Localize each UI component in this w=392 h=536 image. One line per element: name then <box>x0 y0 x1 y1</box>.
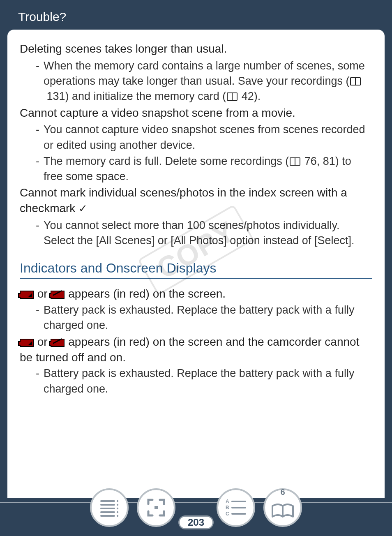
indicator-title: or appears (in red) on the screen and th… <box>20 334 372 365</box>
expand-icon <box>146 497 166 518</box>
bullet-text: Battery pack is exhausted. Replace the b… <box>44 303 372 333</box>
issue-title: Deleting scenes takes longer than usual. <box>20 41 372 57</box>
page-body: COPY Deleting scenes takes longer than u… <box>7 30 385 498</box>
text: ) and initialize the memory card ( <box>65 90 226 102</box>
text: When the memory card contains a large nu… <box>44 60 365 87</box>
issue-bullet: - You cannot capture video snapshot scen… <box>20 122 372 153</box>
dash: - <box>20 218 44 249</box>
page-ref[interactable]: 131 <box>47 90 65 102</box>
svg-text:C: C <box>226 511 229 517</box>
text: The memory card is full. Delete some rec… <box>44 155 289 167</box>
issue-title: Cannot capture a video snapshot scene fr… <box>20 105 372 121</box>
toc-button[interactable] <box>90 488 129 527</box>
issue-title: Cannot mark individual scenes/photos in … <box>20 185 372 216</box>
battery-empty-icon <box>51 339 65 347</box>
svg-point-6 <box>117 504 118 506</box>
index-button[interactable]: A B C <box>217 488 255 527</box>
fullscreen-button[interactable] <box>137 488 175 527</box>
bullet-text: When the memory card contains a large nu… <box>44 58 372 104</box>
dash: - <box>20 58 44 104</box>
book-icon <box>350 77 361 85</box>
page-ref[interactable]: 42 <box>242 90 254 102</box>
text: appears (in red) on the screen and the c… <box>20 335 359 364</box>
svg-point-7 <box>117 508 118 509</box>
svg-text:B: B <box>226 505 229 511</box>
abc-list-icon: A B C <box>225 498 247 517</box>
battery-empty-icon <box>51 291 65 299</box>
chapter-button[interactable]: 6 <box>263 488 302 527</box>
svg-text:A: A <box>226 499 229 504</box>
header-text: Trouble? <box>18 10 66 23</box>
header-section-title: Trouble? <box>0 0 392 30</box>
issue-bullet: - You cannot select more than 100 scenes… <box>20 218 372 249</box>
text: or <box>34 335 51 348</box>
page-number: 203 <box>188 517 204 528</box>
dash: - <box>20 154 44 185</box>
indicator-bullet: - Battery pack is exhausted. Replace the… <box>20 303 372 333</box>
open-book-icon <box>271 502 295 518</box>
text: or <box>34 287 51 300</box>
text: ). <box>254 90 261 102</box>
battery-low-icon <box>20 291 34 299</box>
text: appears (in red) on the screen. <box>65 287 226 300</box>
book-icon <box>290 157 300 166</box>
svg-point-9 <box>117 515 118 517</box>
page-ref[interactable]: 76, 81 <box>304 155 335 167</box>
dash: - <box>20 303 44 333</box>
dash: - <box>20 122 44 153</box>
bullet-text: You cannot select more than 100 scenes/p… <box>44 218 372 249</box>
bullet-text: You cannot capture video snapshot scenes… <box>44 122 372 153</box>
svg-rect-10 <box>154 506 158 509</box>
bullet-text: Battery pack is exhausted. Replace the b… <box>44 366 372 397</box>
issue-bullet: - When the memory card contains a large … <box>20 58 372 104</box>
svg-point-5 <box>117 500 118 502</box>
indicator-title: or appears (in red) on the screen. <box>20 286 372 302</box>
list-icon <box>99 499 120 517</box>
chapter-number: 6 <box>280 487 285 497</box>
checkmark-icon: ✓ <box>78 202 88 215</box>
svg-point-8 <box>117 511 118 513</box>
book-icon <box>227 92 238 101</box>
bullet-text: The memory card is full. Delete some rec… <box>44 154 372 185</box>
page-number-pill: 203 <box>178 515 214 529</box>
section-heading: Indicators and Onscreen Displays <box>20 261 372 279</box>
text: Cannot mark individual scenes/photos in … <box>20 186 347 215</box>
battery-low-icon <box>20 339 34 347</box>
issue-bullet: - The memory card is full. Delete some r… <box>20 154 372 185</box>
dash: - <box>20 366 44 397</box>
indicator-bullet: - Battery pack is exhausted. Replace the… <box>20 366 372 397</box>
